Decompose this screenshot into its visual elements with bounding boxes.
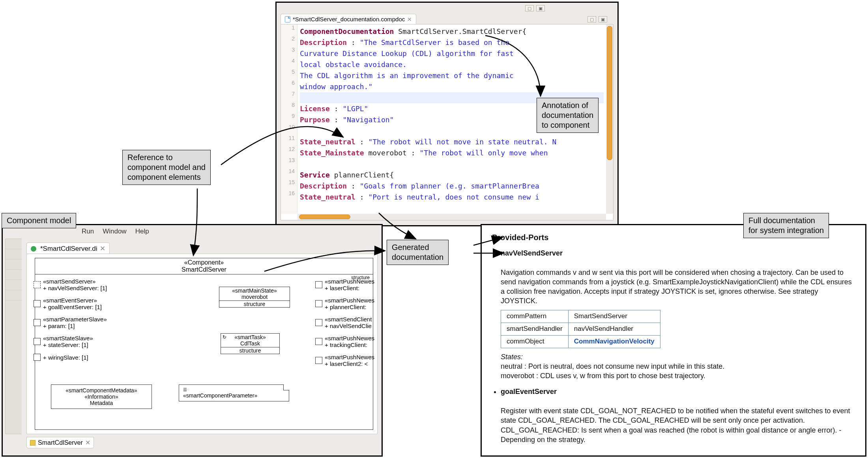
port[interactable]: «smartParameterSlave»+ param: [1] — [31, 315, 109, 330]
code-line[interactable]: Description : "Goals from planner (e.g. … — [300, 181, 604, 192]
port-label: «smartPushNewes+ trackingClient: — [325, 335, 374, 348]
table-row: commObjectCommNavigationVelocity — [501, 335, 660, 348]
outer-window-buttons: ▢ ▣ — [525, 5, 545, 11]
port[interactable]: «smartPushNewes+ laserClient2: < — [313, 353, 377, 368]
port-icon — [315, 357, 322, 364]
canvas-tab[interactable]: *SmartCdlServer.di ✕ — [26, 243, 110, 254]
component-box[interactable]: «Component» SmartCdlServer structure «sm… — [35, 258, 373, 430]
component-title: «Component» SmartCdlServer — [35, 258, 373, 274]
line-number-gutter: 12345678910111213141516 — [281, 24, 297, 214]
bottom-tab-close[interactable]: ✕ — [85, 439, 90, 446]
code-line[interactable]: ComponentDocumentation SmartCdlServer.Sm… — [300, 26, 604, 37]
mainstate-box[interactable]: «smartMainState»moverobot structure — [219, 287, 290, 308]
canvas-tab-close[interactable]: ✕ — [100, 244, 105, 253]
code-line[interactable]: local obstacle avoidance. — [300, 59, 604, 70]
editor-tab-row: *SmartCdlServer_documentation.compdoc ✕ — [281, 14, 416, 24]
metadata-line1: «smartComponentMetadata» — [55, 387, 148, 394]
port-label: «smartEventServer»+ goalEventServer: [1] — [43, 297, 102, 310]
left-port-column: «smartSendServer»+ navVelSendServer: [1]… — [31, 277, 109, 362]
table-key: commPattern — [501, 310, 569, 323]
mainstate-name: moverobot — [241, 294, 268, 300]
menu-bar: Run Window Help — [82, 228, 149, 235]
port-icon — [34, 354, 41, 361]
port[interactable]: «smartPushNewes+ laserClient: — [313, 277, 377, 292]
code-line[interactable]: Curvature Distance Lookup (CDL) algorith… — [300, 48, 604, 59]
port-icon — [34, 281, 41, 288]
bottom-tab-label: SmartCdlServer — [38, 439, 83, 446]
code-line[interactable]: Description : "The SmartCdlServer is bas… — [300, 37, 604, 48]
file-icon — [285, 16, 290, 22]
vertical-scroll-thumb[interactable] — [607, 26, 612, 160]
port-icon — [34, 300, 41, 307]
port-icon — [34, 319, 41, 326]
code-line[interactable]: State_neutral : "The robot will not move… — [300, 136, 604, 147]
port-label: + wiringSlave: [1] — [43, 354, 88, 361]
table-key: commObject — [501, 335, 569, 348]
port-label: «smartPushNewes+ laserClient: — [325, 278, 374, 291]
table-value: navVelSendHandler — [568, 323, 660, 335]
task-stereo: «smartTask» — [234, 334, 266, 340]
code-line[interactable]: State_Mainstate moverobot : "The robot w… — [300, 147, 604, 159]
port-icon — [315, 338, 322, 345]
editor-tab-close[interactable]: ✕ — [407, 16, 412, 22]
right-port-column: «smartPushNewes+ laserClient: «smartPush… — [313, 277, 377, 368]
parameter-note[interactable]: ☰ «smartComponentParameter» — [179, 384, 289, 401]
minimize-icon[interactable]: ▢ — [587, 16, 596, 22]
port[interactable]: «smartStateSlave»+ stateServer: [1] — [31, 334, 109, 349]
table-value: CommNavigationVelocity — [568, 335, 660, 348]
port2-description: Register with event state CDL_GOAL_NOT_R… — [501, 406, 855, 444]
metadata-note[interactable]: «smartComponentMetadata» «Information» M… — [51, 384, 152, 409]
table-value: SmartSendServer — [568, 310, 660, 323]
port[interactable]: «smartPushNewes+ trackingClient: — [313, 334, 377, 349]
editor-tab[interactable]: *SmartCdlServer_documentation.compdoc ✕ — [281, 14, 416, 24]
port-label: «smartSendClient+ navVelSendClie — [325, 316, 372, 329]
canvas-tab-row: *SmartCdlServer.di ✕ — [26, 243, 110, 254]
port[interactable]: «smartEventServer»+ goalEventServer: [1] — [31, 296, 109, 311]
documentation-panel: Provided-Ports navVelSendServer Navigati… — [481, 224, 866, 457]
state-line: neutral : Port is neutral, does not cons… — [501, 362, 855, 371]
port-label: «smartPushNewes+ plannerClient: — [325, 297, 374, 310]
bottom-tab[interactable]: SmartCdlServer ✕ — [26, 437, 94, 448]
model-panel: Run Window Help *SmartCdlServer.di ✕ «Co… — [2, 224, 383, 457]
port-icon — [315, 300, 322, 307]
parameter-line1: «smartComponentParameter» — [183, 392, 285, 399]
callout-component-model: Component model — [2, 213, 76, 228]
diagram-icon — [30, 440, 36, 446]
menu-item[interactable]: Run — [82, 228, 94, 235]
code-line[interactable] — [300, 159, 604, 170]
code-line[interactable]: window approach." — [300, 81, 604, 92]
menu-item[interactable]: Help — [135, 228, 149, 235]
code-line[interactable]: Service plannerClient{ — [300, 170, 604, 181]
port1-name: navVelSendServer — [501, 248, 855, 258]
port1-description: Navigation commands v and w sent via thi… — [501, 268, 855, 306]
diagram-canvas[interactable]: «Component» SmartCdlServer structure «sm… — [26, 254, 378, 434]
maximize-icon[interactable]: ▣ — [536, 5, 545, 11]
doc-link[interactable]: CommNavigationVelocity — [574, 338, 655, 345]
vertical-scrollbar[interactable] — [606, 24, 613, 214]
papyrus-icon — [31, 246, 36, 252]
state-line: moverobot : CDL uses v, w from this port… — [501, 371, 855, 381]
model-toolbar[interactable] — [5, 239, 22, 434]
metadata-line3: Metadata — [55, 400, 148, 406]
task-box[interactable]: ↻ «smartTask»CdlTask structure — [221, 333, 280, 354]
mainstate-stereo: «smartMainState» — [232, 287, 277, 294]
port[interactable]: «smartPushNewes+ plannerClient: — [313, 296, 377, 311]
states-label: States: — [501, 352, 855, 362]
task-name: CdlTask — [240, 340, 260, 347]
callout-annotation: Annotation of documentation to component — [537, 98, 599, 133]
port[interactable]: + wiringSlave: [1] — [31, 353, 109, 362]
horizontal-scroll-thumb[interactable] — [299, 215, 350, 219]
maximize-icon[interactable]: ▣ — [599, 16, 607, 22]
code-line[interactable]: State_neutral : "Port is neutral, does n… — [300, 192, 604, 203]
component-name: SmartCdlServer — [181, 266, 226, 273]
port[interactable]: «smartSendClient+ navVelSendClie — [313, 315, 377, 330]
horizontal-scrollbar[interactable] — [297, 214, 606, 220]
port-label: «smartStateSlave»+ stateServer: [1] — [43, 335, 93, 348]
port[interactable]: «smartSendServer»+ navVelSendServer: [1] — [31, 277, 109, 292]
port-icon — [315, 281, 322, 288]
menu-item[interactable]: Window — [103, 228, 126, 235]
table-key: smartSendHandler — [501, 323, 569, 335]
code-line[interactable]: The CDL algorithm is an improvement of t… — [300, 70, 604, 81]
minimize-icon[interactable]: ▢ — [525, 5, 534, 11]
port-icon — [315, 319, 322, 326]
